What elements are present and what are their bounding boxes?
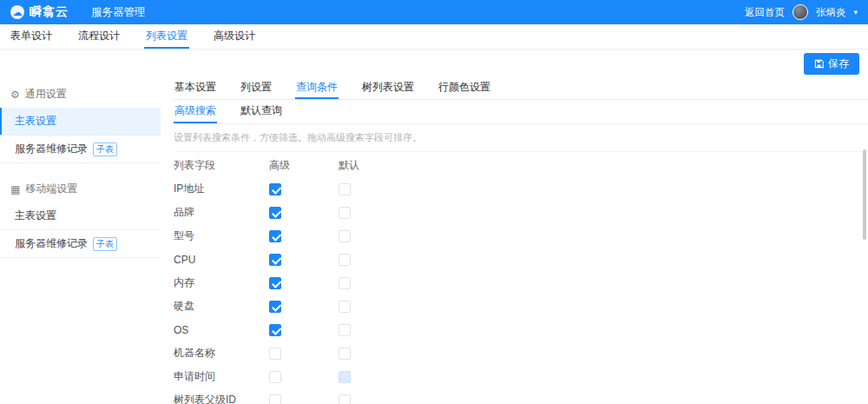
advanced-checkbox[interactable] xyxy=(269,207,281,219)
scrollbar[interactable] xyxy=(863,149,866,240)
nav-tab-advanced-design[interactable]: 高级设计 xyxy=(212,24,257,49)
table-header-row: 列表字段 高级 默认 xyxy=(174,154,868,177)
default-checkbox[interactable] xyxy=(339,301,351,313)
field-label: OS xyxy=(174,324,269,336)
advanced-checkbox[interactable] xyxy=(269,394,281,404)
cloud-logo-icon: ☁ xyxy=(10,5,24,19)
search-subtabs: 高级搜索默认查询 xyxy=(174,100,868,124)
advanced-cell xyxy=(269,394,339,404)
default-checkbox[interactable] xyxy=(339,371,351,383)
sidebar-section-title: ▦移动端设置 xyxy=(0,176,161,202)
advanced-checkbox[interactable] xyxy=(269,230,281,242)
advanced-checkbox[interactable] xyxy=(269,277,281,289)
sidebar-item-label: 主表设置 xyxy=(15,209,56,223)
table-row[interactable]: 品牌 xyxy=(174,201,868,224)
gear-icon: ⚙ xyxy=(10,89,20,101)
app-header: ☁ 瞬翕云 服务器管理 返回首页 张炳炎 ▾ xyxy=(0,0,868,24)
sidebar-item-label: 服务器维修记录 xyxy=(15,142,88,156)
advanced-cell xyxy=(269,324,339,336)
default-checkbox[interactable] xyxy=(339,254,351,266)
table-row[interactable]: 机器名称 xyxy=(174,341,868,365)
advanced-checkbox[interactable] xyxy=(269,254,281,266)
header-right: 返回首页 张炳炎 ▾ xyxy=(745,4,858,20)
sidebar-section-label: 通用设置 xyxy=(25,87,67,102)
default-cell xyxy=(339,254,408,266)
field-label: 硬盘 xyxy=(174,299,269,314)
table-row[interactable]: 内存 xyxy=(174,271,868,295)
app-title: 服务器管理 xyxy=(91,5,146,20)
subtable-badge: 子表 xyxy=(93,142,117,156)
field-label: 型号 xyxy=(174,228,269,243)
advanced-checkbox[interactable] xyxy=(269,301,281,313)
field-label: IP地址 xyxy=(174,182,269,196)
default-checkbox[interactable] xyxy=(339,324,351,336)
sidebar-section: ▦移动端设置主表设置服务器维修记录子表 xyxy=(0,176,161,258)
default-checkbox[interactable] xyxy=(339,207,351,219)
tab-row-color-settings[interactable]: 行颜色设置 xyxy=(437,77,491,99)
default-cell xyxy=(339,324,408,336)
advanced-checkbox[interactable] xyxy=(269,324,281,336)
settings-sidebar: ⚙通用设置主表设置服务器维修记录子表▦移动端设置主表设置服务器维修记录子表 xyxy=(0,77,161,404)
field-label: 申请时间 xyxy=(174,369,269,384)
save-button-label: 保存 xyxy=(828,56,849,71)
tab-tree-list-settings[interactable]: 树列表设置 xyxy=(361,77,415,99)
chevron-down-icon[interactable]: ▾ xyxy=(853,8,858,17)
user-name: 张炳炎 xyxy=(816,6,846,19)
subtable-badge: 子表 xyxy=(93,237,117,251)
table-row[interactable]: 硬盘 xyxy=(174,295,868,318)
sidebar-item-repair-record[interactable]: 服务器维修记录子表 xyxy=(0,136,161,163)
tab-column-settings[interactable]: 列设置 xyxy=(240,77,273,99)
table-row[interactable]: OS xyxy=(174,318,868,341)
table-row[interactable]: IP地址 xyxy=(174,177,868,201)
advanced-cell xyxy=(269,183,339,195)
default-cell xyxy=(339,183,408,195)
column-header-field: 列表字段 xyxy=(174,158,269,173)
default-checkbox[interactable] xyxy=(339,277,351,289)
back-home-link[interactable]: 返回首页 xyxy=(745,6,785,19)
nav-tab-form-design[interactable]: 表单设计 xyxy=(9,24,54,49)
advanced-cell xyxy=(269,207,339,219)
tab-basic-settings[interactable]: 基本设置 xyxy=(174,77,217,99)
table-body: IP地址品牌型号CPU内存硬盘OS机器名称申请时间树列表父级ID流水号 xyxy=(174,177,868,404)
sidebar-section-label: 移动端设置 xyxy=(25,182,77,196)
table-row[interactable]: 树列表父级ID xyxy=(174,388,868,404)
sidebar-item-mobile-repair-record[interactable]: 服务器维修记录子表 xyxy=(0,230,161,258)
sidebar-item-label: 服务器维修记录 xyxy=(15,236,88,251)
field-label: 机器名称 xyxy=(174,346,269,361)
sidebar-section: ⚙通用设置主表设置服务器维修记录子表 xyxy=(0,81,161,163)
default-checkbox[interactable] xyxy=(339,183,351,195)
default-checkbox[interactable] xyxy=(339,230,351,242)
avatar[interactable] xyxy=(792,4,808,20)
column-header-default: 默认 xyxy=(339,158,408,173)
subtab-default-query[interactable]: 默认查询 xyxy=(240,100,283,123)
sidebar-section-title: ⚙通用设置 xyxy=(0,81,161,108)
table-row[interactable]: 型号 xyxy=(174,224,868,248)
subtab-advanced-search[interactable]: 高级搜索 xyxy=(174,100,217,123)
default-cell xyxy=(339,277,408,289)
nav-tab-list-settings[interactable]: 列表设置 xyxy=(144,24,189,49)
sidebar-item-mobile-main-table[interactable]: 主表设置 xyxy=(0,202,161,230)
field-label: 内存 xyxy=(174,275,269,290)
save-button[interactable]: 保存 xyxy=(804,53,859,75)
advanced-cell xyxy=(269,277,339,289)
sidebar-item-main-table[interactable]: 主表设置 xyxy=(0,108,161,136)
nav-tab-flow-design[interactable]: 流程设计 xyxy=(76,24,122,49)
advanced-cell xyxy=(269,254,339,266)
advanced-checkbox[interactable] xyxy=(269,371,281,383)
advanced-cell xyxy=(269,371,339,383)
advanced-checkbox[interactable] xyxy=(269,183,281,195)
default-cell xyxy=(339,207,408,219)
advanced-cell xyxy=(269,348,339,360)
advanced-checkbox[interactable] xyxy=(269,348,281,360)
default-cell xyxy=(339,301,408,313)
default-checkbox[interactable] xyxy=(339,348,351,360)
table-row[interactable]: CPU xyxy=(174,248,868,271)
mobile-icon: ▦ xyxy=(10,183,20,195)
table-row[interactable]: 申请时间 xyxy=(174,365,868,388)
save-icon xyxy=(814,59,824,69)
column-header-advanced: 高级 xyxy=(269,158,339,173)
logo-text: 瞬翕云 xyxy=(30,4,69,20)
tab-query-conditions[interactable]: 查询条件 xyxy=(295,77,339,99)
default-checkbox[interactable] xyxy=(339,394,351,404)
field-label: 树列表父级ID xyxy=(174,393,269,404)
